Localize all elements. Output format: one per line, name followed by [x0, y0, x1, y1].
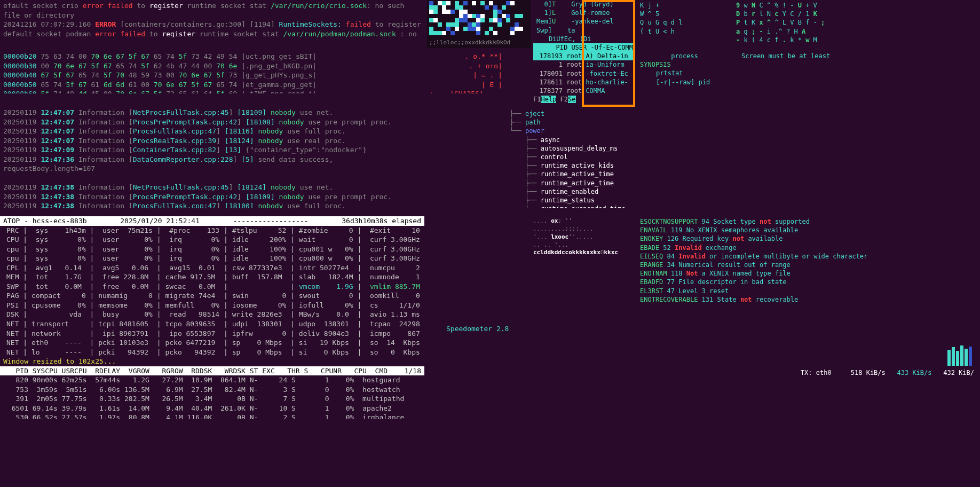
tree-node[interactable]: ├── path — [510, 118, 638, 127]
error-log-pane: efault socket crio error failed to regis… — [0, 0, 424, 37]
tree-leaf[interactable]: ├── async — [510, 136, 638, 144]
htop-meter: Mem]U -yankee-del — [533, 17, 633, 26]
errno-row: ENOKEY 126 Required key not available — [640, 234, 977, 243]
farright-line: D b r l N c Y C / 1 K — [736, 10, 977, 18]
atop-stat-row: PSI | cpusome 0% | memsome 0% | memfull … — [3, 301, 421, 310]
process-man-pane: process SYNOPSIS prtstat [-r|--raw] pid — [638, 51, 731, 99]
applog-row — [3, 174, 421, 183]
tree-leaf[interactable]: ├── runtime_active_kids — [510, 161, 638, 170]
atop-pane[interactable]: ATOP - hcss-ecs-883b 2025/01/20 21:52:41… — [0, 216, 424, 419]
tree-leaf[interactable]: ├── runtime_active_time — [510, 170, 638, 178]
errno-row: ENOTNAM 118 Not a XENIX named type file — [640, 269, 977, 278]
tree-leaf[interactable]: ├── runtime_enabled — [510, 187, 638, 196]
screen-warning: Screen must be at least — [739, 51, 979, 67]
atop-page: 1/18 — [405, 366, 421, 376]
hexdump-row: 00000b60 5f 74 49 4d 45 00 70 6e 67 5f 7… — [3, 89, 421, 93]
tree-node[interactable]: └── power — [510, 127, 638, 135]
tx-rate: 518 KiB/s — [851, 369, 886, 376]
ascii-line: .. ,. '.., — [533, 241, 633, 249]
atop-stat-row: NET | eth0 ---- | pcki 10103e3 | pcko 64… — [3, 338, 421, 348]
errlog-line: efault socket crio error failed to regis… — [3, 1, 421, 20]
speedo-tx-line: TX: eth0 518 KiB/s 433 KiB/s 432 KiB/ — [801, 368, 974, 377]
applog-row: 20250119 12:47:36 Information [DataCommR… — [3, 155, 421, 174]
tx-label: TX: eth0 — [801, 369, 832, 376]
farright-pane: 9 w N C ^ % ! - U + VD b r l N c Y C / 1… — [734, 0, 979, 45]
atop-stat-row: CPU | sys 0% | user 0% | irq 0% | idle 2… — [3, 235, 421, 245]
tx-rate2: 433 KiB/s — [897, 369, 931, 376]
ascii-art-pane: ..., ox; ''.....,...;;;;,...'... lxooc''… — [531, 216, 635, 312]
tree-leaf[interactable]: ├── control — [510, 153, 638, 161]
applog-row: 20250119 12:47:38 Information [NetProcsF… — [3, 183, 421, 192]
htop-fkeys[interactable]: F1Help F2Se — [533, 95, 633, 104]
errno-row: ENOTRECOVERABLE 131 State not recoverabl… — [640, 295, 977, 304]
speedo-title: Speedometer 2.8 — [430, 324, 976, 334]
htop-process-row[interactable]: 178377 root COMMA — [533, 87, 633, 95]
atop-stat-row: NET | lo ---- | pcki 94392 | pcko 94392 … — [3, 348, 421, 357]
sha-line: | = . | — [429, 70, 502, 80]
atop-stat-row: NET | network | ipi 8903791 | ipo 655389… — [3, 329, 421, 339]
errlog-line: 20241216 07:07:29.160 ERROR [containers/… — [3, 20, 421, 37]
tree-leaf[interactable]: ├── runtime_status — [510, 196, 638, 205]
hexdump-pane: 00000b20 75 63 74 00 70 6e 67 5f 67 65 7… — [0, 51, 424, 93]
atop-process-row[interactable]: 391 2m05s 77.75s 0.33s 282.5M 26.5M 3.4M… — [0, 394, 424, 404]
atop-stat-row: DSK | vda | busy 0% | read 98514 | write… — [3, 310, 421, 319]
ascii-line: .....,...;;;;,... — [533, 225, 633, 233]
tree-leaf[interactable]: ├── autosuspend_delay_ms — [510, 144, 638, 153]
applog-row: 20250119 12:47:07 Information [NetProcsF… — [3, 108, 421, 117]
farright-line: P t K x ^ ^ L V B f - ; — [736, 18, 977, 27]
htop-meter: Swp] ta — [533, 26, 633, 35]
htop-process-row[interactable]: 1 root ia-Uniform — [533, 60, 633, 69]
sysfs-tree[interactable]: ├── eject├── path└── power ├── async ├──… — [510, 109, 638, 208]
atop-process-row[interactable]: 753 3m59s 5m51s 6.00s 136.5M 6.9M 27.5M … — [0, 385, 424, 395]
errno-row: EL3RST 47 Level 3 reset — [640, 287, 977, 295]
errno-pane: ESOCKTNOSUPPORT 94 Socket type not suppo… — [638, 216, 979, 307]
ascii-line: '... lxooc''..... — [533, 233, 633, 241]
screen-warning-text: Screen must be at least — [741, 52, 830, 60]
tree-leaf[interactable]: └── runtime_suspended_time — [510, 205, 638, 208]
atop-header: ATOP - hcss-ecs-883b 2025/01/20 21:52:41… — [0, 216, 424, 226]
errno-row: ESOCKTNOSUPPORT 94 Socket type not suppo… — [640, 217, 977, 226]
ascii-line: cclddkddccokkkkxxkxOkkxc — [533, 249, 633, 257]
farright-line: 9 w N C ^ % ! - U + V — [736, 1, 977, 10]
sha256-randomart: . o.* **| . + o+o| | = . | | E | +----[S… — [427, 51, 504, 93]
rightword-line: W ^ 5 — [640, 10, 729, 18]
sha-line: . o.* **| — [429, 52, 502, 61]
rightword-line: Q u G q d l — [640, 18, 729, 27]
atop-resize-msg: Window resized to 102x25... — [0, 357, 424, 366]
tx-rate3: 432 KiB/ — [943, 369, 974, 376]
hexdump-row: 00000b30 00 70 6e 67 5f 67 65 74 5f 62 4… — [3, 61, 421, 71]
rightwords-pane: K j +W ^ 5Q u G q d l( t U < h — [638, 0, 731, 45]
rightword-line: K j + — [640, 1, 729, 10]
errno-row: EILSEQ 84 Invalid or incomplete multibyt… — [640, 252, 977, 261]
atop-process-row[interactable]: 6501 69.14s 39.79s 1.61s 14.0M 9.4M 40.4… — [0, 404, 424, 413]
blocky-text: ;;lloloc;;oxxdkkdkkOkOd — [429, 39, 510, 47]
hexdump-row: 00000b40 67 5f 67 65 74 5f 70 48 59 73 0… — [3, 70, 421, 80]
atop-dash: ------------------ — [233, 216, 309, 226]
atop-process-list[interactable]: 820 90m00s 62m25s 57m44s 1.2G 27.2M 10.9… — [0, 375, 424, 419]
applog-pane: 20250119 12:47:07 Information [NetProcsF… — [0, 107, 424, 208]
sha-line: | E | — [429, 80, 502, 90]
atop-col-labels: PID SYSCPU USRCPU RDELAY VGROW RGROW RDD… — [3, 366, 388, 376]
hexdump-row: 00000b50 65 74 5f 67 61 6d 6d 61 00 70 6… — [3, 80, 421, 90]
errno-row: EBADFD 77 File descriptor in bad state — [640, 278, 977, 286]
htop-process-row[interactable]: 178611 root ho-charlie- — [533, 78, 633, 87]
sha-line: . + o+o| — [429, 61, 502, 71]
htop-pane[interactable]: 0]T Gryd (Gryd)1]L Golf-romeoMem]U -yank… — [531, 0, 635, 104]
atop-host: ATOP - hcss-ecs-883b — [3, 216, 87, 226]
tree-node[interactable]: ├── eject — [510, 109, 638, 118]
atop-stat-row: CPL | avg1 0.14 | avg5 0.06 | avg15 0.01… — [3, 263, 421, 273]
man-title: process — [640, 52, 729, 60]
htop-process-row[interactable]: 178091 root -foxtrot-Ec — [533, 69, 633, 78]
hexdump-row: 00000b20 75 63 74 00 70 6e 67 5f 67 65 7… — [3, 52, 421, 61]
atop-date: 2025/01/20 21:52:41 — [120, 216, 200, 226]
atop-stat-row: NET | transport | tcpi 8481605 | tcpo 80… — [3, 319, 421, 329]
htop-meter: 1]L Golf-romeo — [533, 9, 633, 17]
atop-process-row[interactable]: 530 66.52s 27.57s 1.97s 80.8M 4.1M 116.0… — [0, 413, 424, 419]
atop-process-row[interactable]: 820 90m00s 62m25s 57m44s 1.2G 27.2M 10.9… — [0, 375, 424, 385]
tree-leaf[interactable]: ├── runtime_active_time — [510, 179, 638, 187]
atop-stat-row: SWP | tot 0.0M | free 0.0M | swcac 0.0M … — [3, 282, 421, 292]
man-cmd: prtstat — [640, 69, 729, 77]
atop-stat-row: cpu | sys 0% | user 0% | irq 0% | idle 1… — [3, 254, 421, 263]
atop-stat-row: PAG | compact 0 | numamig 0 | migrate 74… — [3, 291, 421, 301]
speedometer-pane: Speedometer 2.8 TX: eth0 518 KiB/s 433 K… — [427, 323, 979, 419]
